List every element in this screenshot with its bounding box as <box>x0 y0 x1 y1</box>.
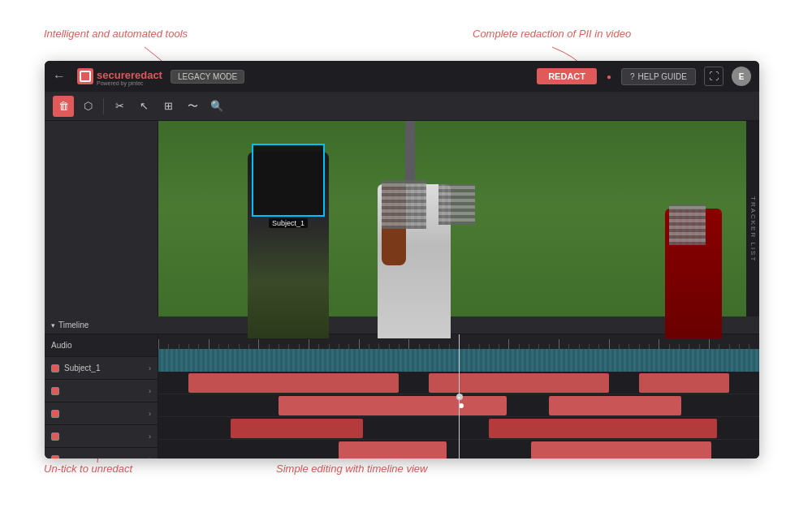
search-tool-button[interactable]: 🔍 <box>206 96 227 117</box>
adjust-tool-button[interactable]: ⊞ <box>158 96 179 117</box>
timeline-expand-icon[interactable]: ▾ <box>51 321 55 329</box>
annotation-bottom-right: Simple editing with timeline view <box>276 463 427 475</box>
track-expand-2[interactable]: › <box>149 410 151 418</box>
redact-box-4 <box>669 204 706 245</box>
redact-box-1 <box>252 144 325 217</box>
timeline-track-row-2: › <box>45 403 158 425</box>
track-segment[interactable] <box>279 396 507 415</box>
redact-button[interactable]: REDACT <box>537 68 597 84</box>
cursor-tool-button[interactable]: ↖ <box>133 96 154 117</box>
track-segment[interactable] <box>639 373 729 393</box>
subject-expand-0[interactable]: › <box>149 364 151 372</box>
timeline-body: Audio Subject_1 › › › <box>45 334 759 458</box>
track-checkbox-3[interactable] <box>51 433 59 441</box>
track-segment[interactable] <box>549 396 681 415</box>
video-scene: Subject_1 <box>158 121 746 338</box>
timeline-track-row-4: › <box>45 448 158 458</box>
track-expand-1[interactable]: › <box>149 387 151 395</box>
header-bar: ← secureredact Powered by pintec LEGACY … <box>45 61 759 92</box>
audio-label: Audio <box>51 341 72 350</box>
track-segment[interactable] <box>429 373 609 393</box>
figure-1: Subject_1 <box>240 144 337 338</box>
tag-tool-button[interactable]: ⬡ <box>77 96 98 117</box>
figure-3 <box>665 200 730 338</box>
wave-tool-button[interactable]: 〜 <box>182 96 203 117</box>
app-window: ← secureredact Powered by pintec LEGACY … <box>45 61 759 458</box>
redact-box-2 <box>382 180 426 229</box>
track-segment[interactable] <box>489 419 717 438</box>
logo-text: secureredact <box>97 69 162 81</box>
annotation-bottom-left: Un-tick to unredact <box>44 463 132 475</box>
timeline-tracks <box>158 334 759 458</box>
track-checkbox-2[interactable] <box>51 410 59 418</box>
help-guide-button[interactable]: ? HELP GUIDE <box>621 68 696 85</box>
timeline-audio-row: Audio <box>45 334 158 357</box>
help-icon: ? <box>630 72 635 81</box>
timeline-track-row-3: › <box>45 425 158 448</box>
video-area: Subject_1 <box>158 121 746 338</box>
back-button[interactable]: ← <box>53 69 66 84</box>
track-expand-3[interactable]: › <box>149 433 151 441</box>
track-segment[interactable] <box>531 441 711 458</box>
timeline-playhead <box>459 334 460 458</box>
track-checkbox-1[interactable] <box>51 387 59 395</box>
logo: secureredact Powered by pintec <box>77 67 162 86</box>
right-sidebar: TRACKER LIST <box>746 121 759 338</box>
track-segment[interactable] <box>339 441 447 458</box>
subject-checkbox-0[interactable] <box>51 364 59 372</box>
cut-tool-button[interactable]: ✂ <box>109 96 130 117</box>
video-section: Subject_1 <box>45 121 759 338</box>
delete-tool-button[interactable]: 🗑 <box>53 96 74 117</box>
toolbar: 🗑 ⬡ ✂ ↖ ⊞ 〜 🔍 <box>45 92 759 121</box>
track-segment[interactable] <box>231 419 363 438</box>
track-expand-4[interactable]: › <box>149 455 151 459</box>
redact-box-3 <box>438 184 475 225</box>
track-segment[interactable] <box>188 373 399 393</box>
expand-button[interactable]: ⛶ <box>704 67 723 86</box>
left-panel <box>45 121 158 338</box>
logo-icon <box>77 68 93 84</box>
track-checkbox-4[interactable] <box>51 455 59 459</box>
timeline-labels: Audio Subject_1 › › › <box>45 334 158 458</box>
figure-2 <box>378 176 459 338</box>
legacy-mode-button[interactable]: LEGACY MODE <box>171 70 244 84</box>
toolbar-separator-1 <box>103 98 104 114</box>
timeline-track-row-1: › <box>45 380 158 403</box>
timeline-subject-row-0: Subject_1 › <box>45 357 158 380</box>
timeline-label: Timeline <box>58 321 89 329</box>
subject-label: Subject_1 <box>269 218 308 228</box>
annotation-top-left: Intelligent and automated tools <box>44 28 188 40</box>
subject-name-0: Subject_1 <box>64 364 100 372</box>
user-avatar[interactable]: E <box>732 67 751 86</box>
annotation-top-right: Complete redaction of PII in video <box>473 28 631 40</box>
expand-icon: ⛶ <box>709 71 719 82</box>
